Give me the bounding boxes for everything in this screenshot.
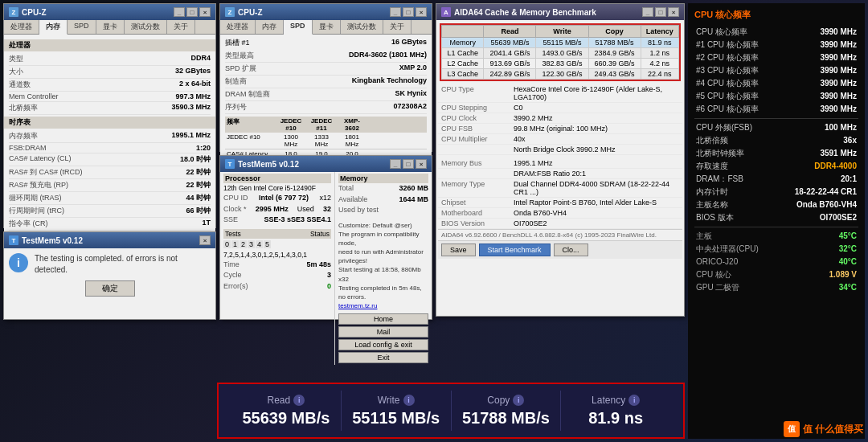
testmem-cpuid-row: CPU ID Intel (6 797 72) x12 (223, 193, 331, 204)
cpuz-close-2[interactable]: × (416, 7, 427, 17)
cpuz-maximize-1[interactable]: □ (186, 7, 198, 17)
cpuz-row-memctrl: Mem Controller 997.3 MHz (9, 92, 211, 102)
cpuz-label-memfreq: 内存频率 (9, 131, 73, 141)
cpuz-tab-graphics-2[interactable]: 显卡 (313, 20, 341, 34)
bench-l1-copy: 2384.9 GB/s (588, 48, 641, 59)
aida64-cpu-clock: CPU Clock 3990.2 MHz (438, 113, 682, 124)
cpuz-spd-serial-row: 序列号 072308A2 (225, 101, 427, 114)
cpuz-tab-spd-2[interactable]: SPD (284, 20, 313, 35)
aida64-minimize[interactable]: _ (642, 7, 653, 17)
bottom-copy-title: Copy i (452, 395, 561, 406)
aida64-title-bar: A AIDA64 Cache & Memory Benchmark _ □ × (436, 4, 684, 20)
testmem-mem-header: Memory (338, 174, 428, 183)
cpuz-value-memfreq: 1995.1 MHz (171, 131, 211, 141)
watermark: 值 值 什么值得买 (784, 421, 863, 437)
cpuz-tab-about-1[interactable]: 关于 (167, 20, 195, 34)
cpuz-memory-content: 处理器 类型 DDR4 大小 32 GBytes 通道数 2 x 64-bit … (4, 35, 215, 234)
cpuz-icon-1: Z (9, 7, 18, 17)
cpuz-row-channels: 通道数 2 x 64-bit (9, 79, 211, 92)
aida64-close-btn[interactable]: Clo... (554, 244, 588, 256)
right-gpu-diode-temp: GPU 二极管 34°C (694, 281, 858, 294)
testmem-icon: T (9, 235, 18, 245)
bottom-write-info-icon: i (403, 395, 415, 406)
cpuz-minimize-1[interactable]: _ (174, 7, 185, 17)
testmem-content: i The testing is completed. of errors is… (4, 248, 215, 301)
testmem-detail-min[interactable]: _ (390, 159, 401, 169)
cpuz-label-trc: 行周期时间 (tRC) (9, 206, 73, 216)
aida64-content: Read Write Copy Latency Memory 55639 MB/… (436, 20, 684, 260)
testmem-info-icon: i (9, 253, 28, 272)
cpuz-tab-bench-2[interactable]: 测试分数 (341, 20, 383, 34)
aida64-save-btn[interactable]: Save (441, 244, 476, 256)
testmem-close[interactable]: × (199, 235, 211, 245)
cpuz-row-size: 大小 32 GBytes (9, 66, 211, 79)
right-mobo-temp: 主板 45°C (694, 230, 858, 243)
cpuz-value-trp: 22 时钟 (186, 180, 211, 190)
right-cpu-core-voltage: CPU 核心 1.089 V (694, 268, 858, 281)
aida64-dram-fsb: DRAM:FSB Ratio 20:1 (438, 169, 682, 179)
testmem-mail-btn[interactable]: Mail (338, 326, 428, 338)
right-mobo-row: 主板名称 Onda B760-VH4 (694, 198, 858, 211)
cpuz-label-size: 大小 (9, 67, 73, 77)
cpuz-module-size: 16 GBytes (391, 38, 427, 48)
aida64-maximize[interactable]: □ (655, 7, 666, 17)
testmem-load-btn[interactable]: Load config & exit (338, 339, 428, 350)
cpuz-label-cr: 指令率 (CR) (9, 219, 73, 229)
cpuz-maximize-2[interactable]: □ (403, 7, 414, 17)
cpuz-tab-bench-1[interactable]: 测试分数 (125, 20, 167, 34)
cpuz-spd-dram-row: DRAM 制造商 SK Hynix (225, 88, 427, 101)
bottom-read-value: 55639 MB/s (231, 409, 341, 428)
cpuz-tab-processor-2[interactable]: 处理器 (220, 20, 256, 34)
cpuz-row-trp: RAS# 预充电 (RP) 22 时钟 (9, 179, 211, 192)
cpuz-tab-processor-1[interactable]: 处理器 (4, 20, 39, 34)
testmem-memory-section: Memory Total 3260 MB Available 1644 MB U… (335, 172, 432, 365)
bottom-latency-info-icon: i (628, 395, 640, 406)
bench-l1-write: 1493.0 GB/s (536, 48, 588, 59)
aida64-benchmark-btn[interactable]: Start Benchmark (479, 244, 551, 256)
cpuz-minimize-2[interactable]: _ (390, 7, 401, 17)
right-dram-fsb-row: DRAM：FSB 20:1 (694, 173, 858, 186)
cpuz-tab-graphics-1[interactable]: 显卡 (96, 20, 125, 34)
bottom-latency-title: Latency i (561, 395, 670, 406)
cpuz-tab-about-2[interactable]: 关于 (383, 20, 411, 34)
cpuz-row-trcd: RAS# 到 CAS# (tRCD) 22 时钟 (9, 166, 211, 179)
cpuz-value-size: 32 GBytes (175, 67, 211, 77)
bench-memory-read: 55639 MB/s (484, 38, 536, 48)
testmem-home-btn[interactable]: Home (338, 313, 428, 325)
aida64-bios: BIOS Version OI700SE2 (438, 219, 682, 229)
testmem-exit-btn[interactable]: Exit (338, 352, 428, 363)
cpuz-tab-spd-1[interactable]: SPD (68, 20, 96, 34)
right-cpu-core-2: #2 CPU 核心频率 3990 MHz (694, 51, 858, 64)
bottom-copy-value: 51788 MB/s (452, 409, 561, 428)
bench-l3-copy: 249.43 GB/s (588, 69, 641, 80)
right-orico-temp: ORICO-J20 40°C (694, 256, 858, 268)
bottom-read-metric: Read i 55639 MB/s (231, 395, 341, 428)
aida64-close[interactable]: × (668, 7, 679, 17)
bench-l1-latency: 1.2 ns (641, 48, 678, 59)
testmem-cycle-row: Cycle 3 (223, 270, 331, 281)
cpuz-label-fsbdram: FSB:DRAM (9, 144, 73, 152)
right-divider-1 (694, 118, 858, 119)
bottom-read-title: Read i (231, 395, 341, 406)
cpuz-window-1: Z CPU-Z _ □ × 处理器 内存 SPD 显卡 测试分数 关于 处理器 (3, 3, 216, 228)
testmem-ok-button[interactable]: 确定 (85, 280, 135, 297)
cpuz-tab-memory-1[interactable]: 内存 (39, 20, 68, 35)
testmem-title: TestMem5 v0.12 (22, 236, 83, 245)
testmem-total-row: Total 3260 MB (338, 183, 428, 194)
bench-memory-label: Memory (442, 38, 484, 48)
aida64-window: A AIDA64 Cache & Memory Benchmark _ □ × (436, 3, 685, 317)
cpuz-row-cr: 指令率 (CR) 1T (9, 218, 211, 231)
testmem-proc-header: Processor (223, 174, 331, 183)
aida64-mem-type: Memory Type Dual Channel DDR4-4000 SDRAM… (438, 179, 682, 198)
cpuz-close-1[interactable]: × (199, 7, 211, 17)
testmem-detail-close[interactable]: × (416, 159, 427, 169)
cpuz-tab-memory-2[interactable]: 内存 (256, 20, 284, 34)
aida64-mem-section: Memory Bus 1995.1 MHz DRAM:FSB Ratio 20:… (438, 158, 682, 229)
right-cpu-core-6: #6 CPU 核心频率 3990 MHz (694, 103, 858, 116)
cpuz-label-channels: 通道数 (9, 80, 73, 90)
testmem-detail-max[interactable]: □ (403, 159, 414, 169)
cpuz-tabs-1: 处理器 内存 SPD 显卡 测试分数 关于 (4, 20, 215, 35)
right-panel: CPU 核心频率 CPU 核心频率 3990 MHz #1 CPU 核心频率 3… (688, 3, 865, 439)
bench-col-copy: Copy (588, 26, 641, 38)
right-cpu-core-3: #3 CPU 核心频率 3990 MHz (694, 64, 858, 77)
